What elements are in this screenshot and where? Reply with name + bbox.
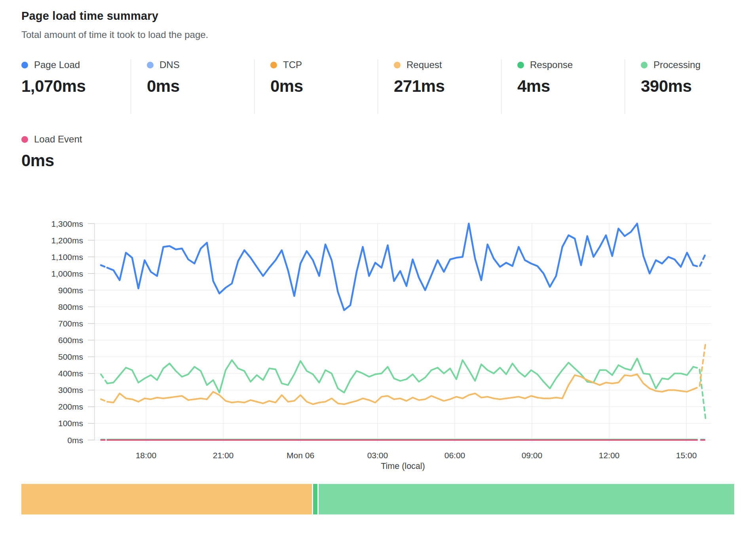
stat-value-processing: 390ms: [641, 77, 748, 96]
stat-label-request: Request: [406, 59, 442, 70]
y-tick-label: 700ms: [58, 319, 83, 328]
request-legend-dot: [394, 62, 401, 68]
stat-value-request: 271ms: [394, 77, 501, 96]
timing-breakdown-bar: [21, 484, 734, 514]
y-tick-label: 200ms: [58, 402, 83, 411]
stat-value-dns: 0ms: [147, 77, 254, 96]
stat-value-load-event: 0ms: [21, 151, 82, 170]
response-legend-dot: [517, 62, 524, 68]
x-tick-label: 21:00: [213, 451, 234, 460]
stat-request: Request 271ms: [378, 59, 501, 114]
y-tick-label: 1,200ms: [51, 236, 83, 245]
stat-label-processing: Processing: [653, 59, 701, 70]
series-line-request: [107, 374, 693, 404]
y-tick-label: 1,100ms: [51, 252, 83, 262]
stat-value-response: 4ms: [517, 77, 625, 96]
y-tick-label: 800ms: [58, 302, 83, 311]
x-tick-label: Mon 06: [287, 451, 314, 460]
series-line-processing: [693, 367, 706, 420]
stat-label-response: Response: [530, 59, 573, 70]
stat-value-page-load: 1,070ms: [21, 77, 131, 96]
chart-canvas[interactable]: 0ms100ms200ms300ms400ms500ms600ms700ms80…: [0, 214, 756, 475]
x-axis-title: Time (local): [381, 461, 425, 471]
y-tick-label: 500ms: [58, 352, 83, 361]
load-event-legend-dot: [21, 136, 28, 143]
y-tick-label: 600ms: [58, 336, 83, 345]
bar-segment-processing: [319, 484, 734, 514]
series-line-page-load: [107, 224, 693, 310]
page-load-time-chart[interactable]: 0ms100ms200ms300ms400ms500ms600ms700ms80…: [0, 214, 756, 475]
y-tick-label: 0ms: [67, 436, 83, 445]
series-line-request: [693, 342, 706, 389]
x-tick-label: 18:00: [136, 451, 157, 460]
processing-legend-dot: [641, 62, 648, 68]
x-tick-label: 09:00: [522, 451, 543, 460]
stat-page-load: Page Load 1,070ms: [17, 59, 131, 114]
stat-response: Response 4ms: [501, 59, 625, 114]
stat-value-tcp: 0ms: [270, 77, 378, 96]
metrics-summary-row: Page Load 1,070ms DNS 0ms TCP 0ms Reques…: [17, 59, 748, 114]
series-line-processing: [101, 374, 107, 383]
stat-label-dns: DNS: [160, 59, 180, 70]
stat-label-tcp: TCP: [283, 59, 302, 70]
y-tick-label: 300ms: [58, 385, 83, 395]
stat-label-load-event: Load Event: [34, 134, 82, 145]
y-tick-label: 100ms: [58, 419, 83, 428]
tcp-legend-dot: [270, 62, 277, 68]
dns-legend-dot: [147, 62, 154, 68]
x-tick-label: 12:00: [599, 451, 620, 460]
stat-label-page-load: Page Load: [34, 59, 80, 70]
stat-processing: Processing 390ms: [625, 59, 748, 114]
stat-load-event: Load Event 0ms: [21, 134, 82, 170]
x-tick-label: 15:00: [676, 451, 697, 460]
series-line-page-load: [693, 254, 706, 267]
series-line-request: [101, 399, 107, 402]
bar-segment-response: [313, 484, 317, 514]
page-load-legend-dot: [21, 62, 28, 68]
y-tick-label: 1,000ms: [51, 269, 83, 278]
page-title: Page load time summary: [21, 9, 158, 23]
stat-dns: DNS 0ms: [131, 59, 254, 114]
y-tick-label: 900ms: [58, 286, 83, 295]
stat-tcp: TCP 0ms: [254, 59, 378, 114]
series-line-page-load: [101, 265, 107, 268]
y-tick-label: 1,300ms: [51, 219, 83, 228]
bar-segment-request: [21, 484, 312, 514]
x-tick-label: 06:00: [444, 451, 465, 460]
series-line-processing: [107, 359, 693, 393]
page-subtitle: Total amount of time it took to load the…: [21, 29, 208, 40]
x-tick-label: 03:00: [367, 451, 388, 460]
y-tick-label: 400ms: [58, 369, 83, 378]
